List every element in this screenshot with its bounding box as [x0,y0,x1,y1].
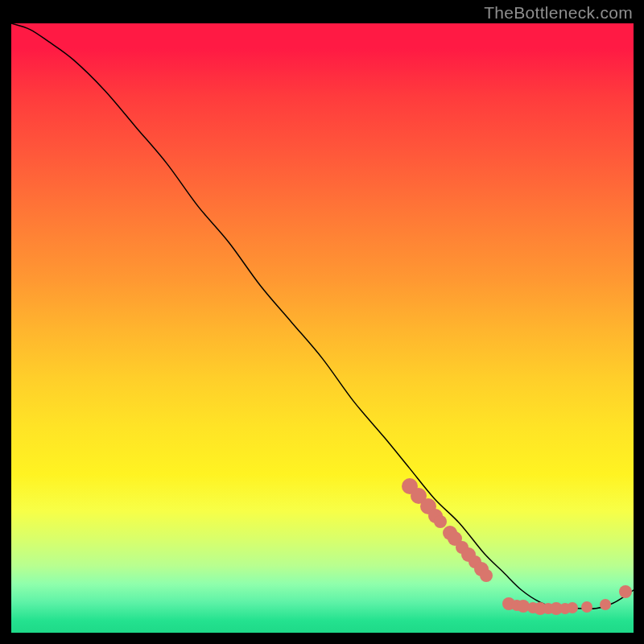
data-dot [567,602,578,613]
plot-area [11,23,634,633]
watermark-text: TheBottleneck.com [484,3,633,23]
chart-root: TheBottleneck.com [0,0,644,644]
data-dot [581,601,592,613]
data-dot [600,599,611,610]
background-gradient [11,23,634,633]
data-dot [480,569,493,582]
data-dot [619,585,632,598]
